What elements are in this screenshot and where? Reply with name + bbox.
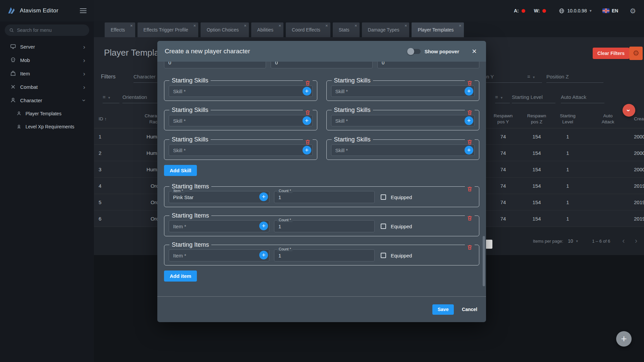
sidebar-item-character[interactable]: Character › — [0, 94, 94, 107]
prev-page-button[interactable]: ‹ — [622, 237, 625, 245]
numeric-field[interactable] — [271, 62, 373, 68]
sidebar-item-label: Server — [20, 44, 79, 50]
cell-respawn-y: 74 — [486, 150, 520, 156]
tab-option-choices[interactable]: Option Choices× — [201, 22, 249, 37]
column-header-created[interactable]: Creat — [634, 116, 644, 122]
settings-gear-button[interactable]: ⚙ — [630, 7, 636, 14]
delete-item-button[interactable] — [465, 215, 475, 221]
filter-operator-select[interactable]: =▾ — [495, 94, 510, 103]
add-skill-plus-button[interactable]: + — [303, 146, 311, 155]
uk-flag-icon — [602, 8, 609, 13]
column-header-respawn-pos-z[interactable]: Respawn pos Z — [520, 113, 553, 125]
sidebar-item-player-templates[interactable]: Player Templates — [0, 107, 94, 120]
add-skill-plus-button[interactable]: + — [465, 146, 473, 155]
starting-items-fieldset: Starting Items Item * + Count * Equipped — [164, 183, 479, 207]
clear-filters-button[interactable]: Clear Filters — [593, 48, 629, 59]
next-page-button[interactable]: › — [635, 237, 637, 245]
skill-input[interactable] — [331, 144, 475, 156]
column-header-starting-level[interactable]: Starting Level — [553, 113, 582, 125]
create-player-dialog: Create a new player character Show popov… — [157, 41, 486, 322]
filter-auto-attack-field[interactable]: Auto Attack — [561, 94, 604, 103]
cell-id: 2 — [99, 150, 101, 156]
delete-item-button[interactable] — [465, 186, 475, 192]
column-header-respawn-pos-y[interactable]: Respawn pos Y — [486, 113, 520, 125]
add-item-button[interactable]: Add item — [164, 270, 197, 282]
chevron-right-icon: › — [635, 237, 637, 245]
tab-close-icon[interactable]: × — [459, 23, 462, 28]
tab-close-icon[interactable]: × — [130, 23, 133, 28]
numeric-field[interactable] — [164, 62, 266, 68]
tab-effects-trigger-profile[interactable]: Effects Trigger Profile× — [138, 22, 199, 37]
plus-icon: + — [467, 117, 471, 124]
skill-input[interactable] — [169, 85, 313, 97]
cell-created: 2019 — [634, 199, 644, 205]
filter-operator-select[interactable]: =▾ — [527, 74, 542, 83]
plus-icon: + — [467, 147, 471, 153]
add-item-plus-button[interactable]: + — [259, 251, 268, 259]
dialog-footer: Save Cancel — [157, 296, 486, 322]
tab-player-templates[interactable]: Player Templates× — [412, 22, 464, 37]
skill-input[interactable] — [331, 115, 475, 126]
filter-position-z-field[interactable]: Position Z — [546, 74, 603, 83]
cell-id: 4 — [99, 183, 101, 189]
starting-skills-fieldset: Starting Skills + — [326, 136, 480, 160]
add-item-plus-button[interactable]: + — [259, 192, 268, 201]
cell-id: 6 — [99, 216, 101, 222]
server-select[interactable]: 10.0.0.98 ▾ — [559, 8, 591, 14]
save-button[interactable]: Save — [432, 304, 454, 315]
add-skill-plus-button[interactable]: + — [303, 116, 311, 125]
gear-icon: ⚙ — [633, 49, 639, 58]
tab-abilities[interactable]: Abilities× — [251, 22, 283, 37]
add-item-plus-button[interactable]: + — [259, 222, 268, 230]
tab-damage-types[interactable]: Damage Types× — [362, 22, 410, 37]
sidebar-item-mob[interactable]: Mob › — [0, 53, 94, 67]
filter-operator-select[interactable]: =▾ — [103, 94, 119, 103]
add-skill-button[interactable]: Add Skill — [164, 165, 197, 176]
numeric-field[interactable] — [377, 62, 479, 68]
items-per-page-select[interactable]: 10 ▾ — [568, 238, 578, 244]
table-settings-button[interactable]: ⚙ — [629, 47, 643, 60]
chevron-left-icon: ‹ — [622, 237, 625, 245]
scroll-to-bottom-button[interactable]: › — [623, 104, 635, 117]
dialog-header: Create a new player character Show popov… — [157, 41, 486, 62]
menu-toggle-button[interactable] — [79, 7, 87, 14]
filter-starting-level-field[interactable]: Starting Level — [512, 94, 555, 103]
tab-close-icon[interactable]: × — [194, 23, 196, 28]
cancel-button[interactable]: Cancel — [462, 307, 477, 312]
column-header-id[interactable]: ID ↑ — [94, 116, 129, 122]
sidebar-item-item[interactable]: Item › — [0, 67, 94, 80]
tab-coord-effects[interactable]: Coord Effects× — [286, 22, 330, 37]
skill-input[interactable] — [331, 85, 475, 97]
menu-search[interactable] — [5, 24, 89, 36]
dialog-close-button[interactable]: × — [472, 47, 477, 55]
chevron-right-icon: › — [83, 44, 85, 50]
tab-close-icon[interactable]: × — [244, 23, 247, 28]
tab-stats[interactable]: Stats× — [333, 22, 360, 37]
cell-created: 2000 — [634, 134, 644, 139]
item-input[interactable] — [169, 249, 269, 261]
add-skill-plus-button[interactable]: + — [303, 87, 311, 96]
menu-search-input[interactable] — [17, 27, 85, 33]
equipped-checkbox[interactable] — [381, 224, 386, 229]
language-select[interactable]: EN — [602, 8, 618, 13]
tab-close-icon[interactable]: × — [279, 23, 281, 28]
add-skill-plus-button[interactable]: + — [465, 116, 473, 125]
item-input[interactable] — [169, 220, 269, 232]
delete-item-button[interactable] — [465, 244, 475, 250]
skill-input[interactable] — [169, 115, 313, 126]
tab-close-icon[interactable]: × — [355, 23, 357, 28]
tab-effects[interactable]: Effects× — [105, 22, 135, 37]
add-new-button[interactable]: + — [616, 331, 632, 347]
show-popover-toggle[interactable] — [408, 49, 421, 54]
add-skill-plus-button[interactable]: + — [465, 87, 473, 96]
dialog-body: Starting Skills + Starting Skills + Star… — [157, 62, 486, 296]
equipped-checkbox[interactable] — [381, 253, 386, 258]
sidebar-item-combat[interactable]: Combat › — [0, 80, 94, 94]
equipped-checkbox[interactable] — [381, 194, 386, 200]
skill-input[interactable] — [169, 144, 313, 156]
modal-scrollbar[interactable] — [483, 236, 485, 286]
tab-close-icon[interactable]: × — [405, 23, 407, 28]
tab-close-icon[interactable]: × — [325, 23, 328, 28]
sidebar-item-level-xp-requirements[interactable]: Level Xp Requirements — [0, 120, 94, 133]
sidebar-item-server[interactable]: Server › — [0, 40, 94, 53]
